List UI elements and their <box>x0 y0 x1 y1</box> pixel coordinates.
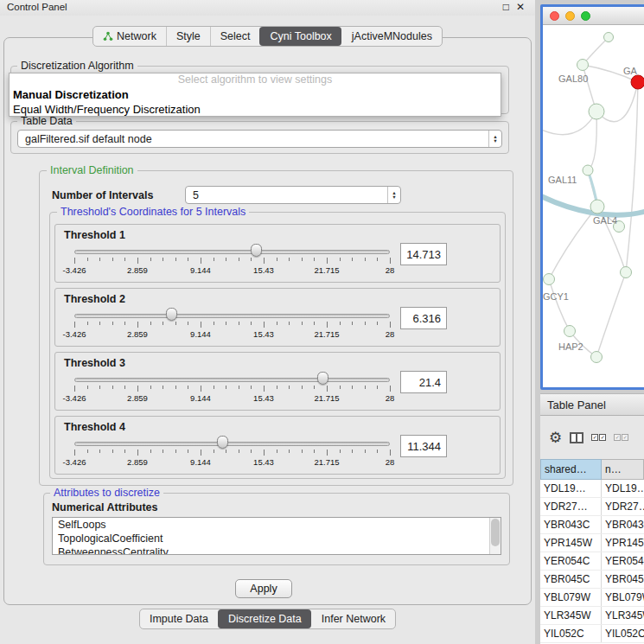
slider-ticks <box>74 258 390 265</box>
tab-label: Style <box>176 30 201 42</box>
tab-select[interactable]: Select <box>210 27 260 46</box>
threshold-panel: Threshold 3 -3.4262.8599.14415.4321.7152… <box>54 352 501 411</box>
slider-thumb[interactable] <box>317 372 328 385</box>
close-traffic-light-icon[interactable] <box>550 11 559 21</box>
threshold-label: Threshold 4 <box>64 421 125 433</box>
table-rows: YDL19…YDL19…YDR27…YDR27…YBR043CYBR043CYP… <box>540 480 644 644</box>
table-panel-title: Table Panel <box>540 393 644 416</box>
list-scrollbar[interactable] <box>489 518 501 554</box>
network-edges <box>543 37 638 357</box>
svg-text:GCY1: GCY1 <box>543 291 569 302</box>
float-window-icon[interactable]: □ <box>503 1 509 13</box>
tab-jactivemodules[interactable]: jActiveMNodules <box>341 27 442 46</box>
control-panel: Control Panel □ ✕ Network Style S <box>0 0 535 644</box>
threshold-value-field[interactable]: 6.316 <box>400 307 447 329</box>
attribute-list-item[interactable]: TopologicalCoefficient <box>53 532 501 545</box>
tab-network[interactable]: Network <box>93 27 166 46</box>
minimize-traffic-light-icon[interactable] <box>565 11 575 21</box>
svg-text:HAP2: HAP2 <box>558 341 583 352</box>
svg-text:GAL80: GAL80 <box>558 73 588 84</box>
table-row[interactable]: YIL052CYIL052C <box>540 625 644 643</box>
slider-track[interactable] <box>74 442 390 446</box>
select-columns-icon[interactable]: ✓✓ <box>591 434 606 441</box>
zoom-traffic-light-icon[interactable] <box>581 11 590 21</box>
selected-node[interactable] <box>631 75 644 89</box>
combo-stepper-icon[interactable]: ▲▼ <box>387 187 400 203</box>
table-row[interactable]: YPR145WYPR145W <box>540 534 644 552</box>
slider-thumb[interactable] <box>217 436 228 449</box>
threshold-panel: Threshold 4 -3.4262.8599.14415.4321.7152… <box>54 416 501 475</box>
slider-scale-labels: -3.4262.8599.14415.4321.71528 <box>74 393 390 404</box>
threshold-value-field[interactable]: 14.713 <box>400 243 447 265</box>
table-row[interactable]: YBR045CYBR045C <box>540 571 644 589</box>
table-row[interactable]: YBL079WYBL079W <box>540 589 644 607</box>
slider-thumb[interactable] <box>251 244 262 257</box>
numerical-attributes-label: Numerical Attributes <box>52 501 157 513</box>
column-header-shared-name[interactable]: shared… <box>540 459 602 480</box>
algorithm-option-manual[interactable]: Manual Discretization <box>10 87 501 102</box>
screen: Control Panel □ ✕ Network Style S <box>0 0 644 644</box>
threshold-slider[interactable]: -3.4262.8599.14415.4321.71528 <box>74 372 390 406</box>
tab-infer-network[interactable]: Infer Network <box>311 609 395 628</box>
table-data-group-title: Table Data <box>17 115 76 127</box>
table-row[interactable]: YDR27…YDR27… <box>540 498 644 516</box>
network-graph[interactable]: GAL80 GA GAL11 GAL4 GCY1 HAP2 <box>543 25 644 389</box>
columns-icon[interactable] <box>570 432 583 443</box>
column-header-name[interactable]: n… <box>602 459 644 480</box>
threshold-value-field[interactable]: 21.4 <box>400 371 447 393</box>
number-of-intervals-value: 5 <box>186 189 387 201</box>
table-row[interactable]: YDL19…YDL19… <box>540 480 644 498</box>
attributes-group-title: Attributes to discretize <box>50 487 163 499</box>
thresholds-container: Threshold 1 -3.4262.8599.14415.4321.7152… <box>54 224 501 480</box>
slider-ticks <box>74 386 390 392</box>
table-data-select[interactable]: galFiltered.sif default node ▲▼ <box>17 130 502 148</box>
scrollbar-thumb[interactable] <box>491 519 500 546</box>
threshold-value-field[interactable]: 11.344 <box>400 435 447 457</box>
tab-label: Select <box>220 30 251 42</box>
threshold-panel: Threshold 2 -3.4262.8599.14415.4321.7152… <box>54 288 501 347</box>
svg-text:GAL11: GAL11 <box>548 175 577 185</box>
algorithm-dropdown-popup: Select algorithm to view settings Manual… <box>9 73 501 117</box>
slider-track[interactable] <box>74 314 390 318</box>
numerical-attributes-list[interactable]: SelfLoopsTopologicalCoefficientBetweenne… <box>52 517 501 555</box>
tab-discretize-data[interactable]: Discretize Data <box>218 609 311 628</box>
tab-impute-data[interactable]: Impute Data <box>140 609 218 628</box>
slider-scale-labels: -3.4262.8599.14415.4321.71528 <box>74 457 390 468</box>
tab-style[interactable]: Style <box>166 27 210 46</box>
slider-scale-labels: -3.4262.8599.14415.4321.71528 <box>74 265 390 276</box>
table-toolbar: ⚙ ✓✓ ✓✓ <box>540 416 644 459</box>
slider-thumb[interactable] <box>166 308 177 321</box>
slider-track[interactable] <box>74 378 390 382</box>
slider-ticks <box>74 450 390 456</box>
threshold-slider[interactable]: -3.4262.8599.14415.4321.71528 <box>74 308 390 342</box>
close-icon[interactable]: ✕ <box>516 1 525 13</box>
network-canvas[interactable]: GAL80 GA GAL11 GAL4 GCY1 HAP2 <box>543 25 644 389</box>
tab-label: Network <box>117 30 156 42</box>
top-tabbar: Network Style Select Cyni Toolbox jActiv… <box>0 26 535 47</box>
table-row[interactable]: YBR043CYBR043C <box>540 516 644 534</box>
table-row[interactable]: YLR345WYLR345W <box>540 607 644 625</box>
threshold-slider[interactable]: -3.4262.8599.14415.4321.71528 <box>74 436 390 470</box>
deselect-columns-icon[interactable]: ✓✓ <box>614 434 628 441</box>
attribute-list-item[interactable]: SelfLoops <box>53 518 501 532</box>
apply-button[interactable]: Apply <box>235 579 292 598</box>
tab-label: Cyni Toolbox <box>270 30 331 42</box>
tab-cyni-toolbox[interactable]: Cyni Toolbox <box>259 27 341 46</box>
attribute-list-item[interactable]: BetweennessCentrality <box>53 545 501 555</box>
threshold-slider[interactable]: -3.4262.8599.14415.4321.71528 <box>74 244 390 278</box>
svg-text:GA: GA <box>623 66 638 76</box>
slider-ticks <box>74 322 390 328</box>
number-of-intervals-label: Number of Intervals <box>52 189 153 201</box>
tab-label: Impute Data <box>150 613 208 625</box>
number-of-intervals-select[interactable]: 5 ▲▼ <box>185 186 401 204</box>
network-window-titlebar <box>543 7 644 25</box>
slider-track[interactable] <box>74 250 390 254</box>
discretization-algorithm-group-title: Discretization Algorithm <box>17 60 137 72</box>
control-panel-titlebar: Control Panel □ ✕ <box>0 0 535 16</box>
table-row[interactable]: YER054CYER054C <box>540 552 644 571</box>
slider-scale-labels: -3.4262.8599.14415.4321.71528 <box>74 329 390 340</box>
threshold-label: Threshold 1 <box>64 229 125 241</box>
algorithm-option-equal-width[interactable]: Equal Width/Frequency Discretization <box>10 102 501 117</box>
gear-icon[interactable]: ⚙ <box>549 430 562 445</box>
combo-stepper-icon[interactable]: ▲▼ <box>488 131 501 147</box>
